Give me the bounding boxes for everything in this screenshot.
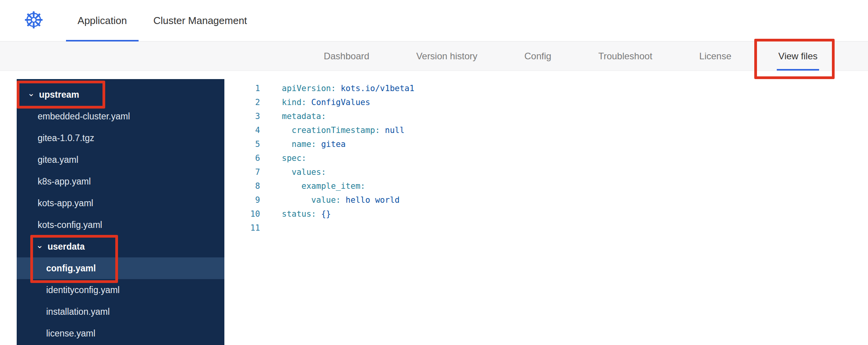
tree-file-label: embedded-cluster.yaml [38, 111, 130, 122]
tree-folder-upstream[interactable]: ⌄ upstream [17, 84, 224, 105]
tree-file-label: kots-config.yaml [38, 220, 102, 230]
kubernetes-logo-icon: ☸ [23, 9, 44, 32]
tree-file-label: config.yaml [46, 263, 96, 274]
tree-file-installation[interactable]: installation.yaml [17, 301, 224, 323]
tree-file-gitea-tgz[interactable]: gitea-1.0.7.tgz [17, 127, 224, 149]
tree-file-license[interactable]: license.yaml [17, 323, 224, 344]
line-number: 4 [238, 123, 260, 137]
tree-file-gitea-yaml[interactable]: gitea.yaml [17, 149, 224, 171]
logo-container[interactable]: ☸ [0, 0, 64, 41]
code-text [260, 221, 282, 235]
code-text: kind: ConfigValues [260, 95, 370, 109]
tree-file-label: installation.yaml [46, 307, 110, 317]
subnav-tab-troubleshoot[interactable]: Troubleshoot [598, 41, 652, 71]
code-text: example_item: [260, 179, 365, 193]
subnav-tab-config[interactable]: Config [524, 41, 551, 71]
chevron-down-icon: ⌄ [28, 89, 35, 98]
code-text: value: hello world [260, 193, 399, 207]
code-line: 1 apiVersion: kots.io/v1beta1 [238, 81, 868, 95]
line-number: 5 [238, 137, 260, 151]
tree-file-kots-config[interactable]: kots-config.yaml [17, 214, 224, 236]
subnav-tab-view-files-label: View files [778, 51, 818, 62]
app-subnav: Dashboard Version history Config Trouble… [0, 41, 868, 71]
subnav-tab-dashboard-label: Dashboard [324, 51, 369, 62]
code-line: 11 [238, 221, 868, 235]
top-header: ☸ Application Cluster Management [0, 0, 868, 41]
subnav-tab-dashboard[interactable]: Dashboard [324, 41, 369, 71]
code-text: spec: [260, 151, 306, 165]
tree-file-embedded-cluster[interactable]: embedded-cluster.yaml [17, 105, 224, 127]
line-number: 11 [238, 221, 260, 235]
code-line: 4 creationTimestamp: null [238, 123, 868, 137]
subnav-tab-view-files[interactable]: View files [778, 41, 818, 71]
line-number: 7 [238, 165, 260, 179]
tree-file-config-yaml[interactable]: config.yaml [17, 257, 224, 279]
tab-cluster-management[interactable]: Cluster Management [140, 0, 260, 41]
line-number: 3 [238, 109, 260, 123]
file-tree-sidebar: ⌄ upstream embedded-cluster.yaml gitea-1… [17, 79, 224, 345]
code-text: values: [260, 165, 326, 179]
code-line: 8 example_item: [238, 179, 868, 193]
code-line: 3 metadata: [238, 109, 868, 123]
tree-file-label: k8s-app.yaml [38, 176, 91, 187]
code-line: 9 value: hello world [238, 193, 868, 207]
tab-cluster-management-label: Cluster Management [153, 15, 247, 27]
tree-file-kots-app[interactable]: kots-app.yaml [17, 192, 224, 214]
code-text: apiVersion: kots.io/v1beta1 [260, 81, 414, 95]
code-line: 2 kind: ConfigValues [238, 95, 868, 109]
tree-folder-label: upstream [39, 90, 79, 100]
chevron-down-icon: ⌄ [36, 241, 43, 250]
line-number: 6 [238, 151, 260, 165]
line-number: 9 [238, 193, 260, 207]
tree-folder-userdata[interactable]: ⌄ userdata [17, 236, 224, 257]
tree-file-label: kots-app.yaml [38, 198, 93, 209]
tree-file-label: license.yaml [46, 328, 95, 339]
subnav-tab-config-label: Config [524, 51, 551, 62]
line-number: 8 [238, 179, 260, 193]
subnav-tab-version-history-label: Version history [416, 51, 477, 62]
line-number: 10 [238, 207, 260, 221]
tree-file-k8s-app[interactable]: k8s-app.yaml [17, 171, 224, 192]
tree-file-label: gitea-1.0.7.tgz [38, 133, 94, 143]
tree-file-label: gitea.yaml [38, 155, 78, 165]
subnav-tab-troubleshoot-label: Troubleshoot [598, 51, 652, 62]
tab-application[interactable]: Application [64, 0, 140, 41]
subnav-tab-license-label: License [699, 51, 731, 62]
tab-application-label: Application [78, 15, 127, 27]
code-text: name: gitea [260, 137, 345, 151]
code-text: metadata: [260, 109, 326, 123]
subnav-tab-license[interactable]: License [699, 41, 731, 71]
code-text: creationTimestamp: null [260, 123, 404, 137]
tree-folder-label: userdata [47, 242, 85, 252]
subnav-tab-version-history[interactable]: Version history [416, 41, 477, 71]
code-line: 5 name: gitea [238, 137, 868, 151]
code-line: 7 values: [238, 165, 868, 179]
line-number: 1 [238, 81, 260, 95]
tree-file-label: identityconfig.yaml [46, 285, 120, 295]
yaml-code-editor[interactable]: 1 apiVersion: kots.io/v1beta1 2 kind: Co… [238, 79, 868, 345]
line-number: 2 [238, 95, 260, 109]
tree-file-identityconfig[interactable]: identityconfig.yaml [17, 279, 224, 301]
code-text: status: {} [260, 207, 331, 221]
code-line: 10 status: {} [238, 207, 868, 221]
code-line: 6 spec: [238, 151, 868, 165]
top-tabs: Application Cluster Management [64, 0, 260, 41]
